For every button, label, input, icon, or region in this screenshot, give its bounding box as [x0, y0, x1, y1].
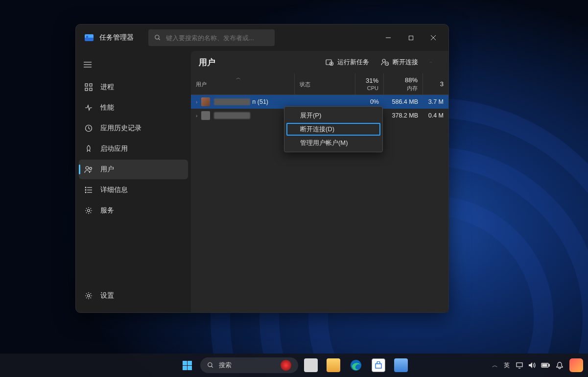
app-title: 任务管理器 [99, 33, 134, 42]
svg-point-24 [88, 210, 90, 212]
page-title: 用户 [199, 57, 319, 68]
sidebar-item-label: 启动应用 [100, 144, 128, 153]
taskbar-app-explorer[interactable] [324, 355, 343, 375]
sidebar-item-label: 详细信息 [100, 186, 128, 194]
sidebar-item-users[interactable]: 用户 [79, 160, 188, 179]
svg-point-25 [88, 295, 90, 297]
windows-logo-icon [183, 361, 192, 370]
username-redacted [214, 112, 250, 119]
network-icon[interactable] [516, 362, 523, 369]
volume-icon[interactable] [528, 362, 536, 369]
svg-rect-9 [85, 84, 88, 86]
more-button[interactable] [425, 58, 441, 66]
column-user[interactable]: 用户 [191, 73, 295, 94]
run-new-task-button[interactable]: 运行新任务 [321, 55, 374, 70]
sidebar-item-label: 应用历史记录 [100, 124, 141, 133]
svg-rect-45 [542, 364, 547, 366]
settings-icon [85, 292, 93, 300]
svg-rect-10 [90, 84, 92, 86]
taskbar-app-taskview[interactable] [301, 355, 321, 375]
search-icon [207, 362, 214, 369]
search-input[interactable] [166, 34, 269, 42]
svg-rect-12 [90, 88, 92, 91]
taskbar-app-edge[interactable] [346, 355, 366, 375]
column-partial[interactable]: 3 [423, 73, 448, 94]
sort-indicator-icon: ︿ [236, 74, 241, 81]
svg-marker-42 [529, 362, 532, 368]
notification-badge[interactable] [569, 358, 583, 372]
pulse-icon [85, 104, 93, 112]
svg-point-33 [430, 62, 430, 63]
chevron-right-icon[interactable]: › [196, 99, 197, 105]
task-manager-window: 任务管理器 进程 性能 应用历史记录 [75, 24, 449, 313]
column-memory[interactable]: 88% 内存 [384, 73, 423, 94]
tray-chevron-icon[interactable]: ︿ [492, 361, 498, 370]
sidebar-item-performance[interactable]: 性能 [79, 98, 188, 118]
column-cpu[interactable]: 31% CPU [355, 73, 384, 94]
menu-item-expand[interactable]: 展开(P) [284, 109, 382, 122]
svg-rect-3 [409, 36, 413, 40]
svg-rect-39 [376, 364, 381, 368]
chevron-right-icon[interactable]: › [196, 113, 197, 118]
svg-line-1 [159, 39, 160, 40]
sidebar-item-label: 进程 [100, 83, 114, 92]
hamburger-icon [84, 62, 92, 68]
sidebar-item-label: 用户 [100, 165, 114, 174]
sidebar-item-startup[interactable]: 启动应用 [79, 139, 188, 159]
taskbar-search[interactable]: 搜索 [200, 357, 298, 373]
svg-point-16 [86, 166, 89, 169]
avatar [201, 97, 210, 106]
ime-indicator[interactable]: 英 [504, 361, 510, 370]
svg-point-22 [85, 192, 86, 193]
sidebar-item-label: 性能 [100, 103, 114, 112]
svg-line-15 [90, 150, 90, 152]
rocket-icon [85, 145, 93, 153]
search-highlight-icon [281, 360, 291, 371]
search-box[interactable] [148, 29, 275, 46]
svg-point-18 [85, 187, 86, 188]
sidebar-item-label: 服务 [100, 206, 114, 215]
titlebar: 任务管理器 [76, 24, 448, 51]
app-icon [85, 34, 94, 41]
content-pane: 用户 运行新任务 断开连接 ︿ 用户 状态 [191, 51, 448, 312]
sidebar-item-app-history[interactable]: 应用历史记录 [79, 118, 188, 138]
sidebar-item-label: 设置 [100, 291, 114, 300]
disconnect-button[interactable]: 断开连接 [376, 55, 423, 70]
menu-item-manage-account[interactable]: 管理用户帐户(M) [284, 136, 382, 150]
context-menu: 展开(P) 断开连接(D) 管理用户帐户(M) [284, 106, 383, 152]
start-button[interactable] [178, 355, 197, 375]
taskbar-app-taskmanager[interactable] [391, 355, 411, 375]
svg-point-35 [431, 62, 432, 63]
sidebar-item-settings[interactable]: 设置 [79, 286, 188, 306]
svg-point-0 [155, 35, 159, 39]
taskbar-app-store[interactable] [369, 355, 388, 375]
more-icon [430, 61, 432, 63]
battery-icon[interactable] [541, 362, 550, 368]
svg-rect-44 [549, 364, 550, 366]
history-icon [85, 124, 93, 132]
run-task-icon [326, 58, 333, 66]
svg-point-36 [208, 363, 212, 367]
menu-item-disconnect[interactable]: 断开连接(D) [286, 123, 380, 136]
sidebar-item-processes[interactable]: 进程 [79, 77, 188, 97]
maximize-button[interactable] [400, 30, 422, 46]
svg-rect-40 [517, 363, 522, 367]
hamburger-button[interactable] [79, 55, 188, 74]
svg-point-34 [431, 62, 431, 63]
avatar [201, 111, 210, 120]
svg-line-14 [87, 150, 88, 152]
sidebar-item-details[interactable]: 详细信息 [79, 180, 188, 200]
search-icon [154, 34, 161, 41]
svg-point-20 [85, 189, 86, 190]
sidebar-item-services[interactable]: 服务 [79, 201, 188, 220]
list-icon [85, 187, 93, 193]
column-status[interactable]: 状态 [295, 73, 355, 94]
close-button[interactable] [422, 30, 445, 46]
users-icon [84, 165, 93, 173]
table-header: ︿ 用户 状态 31% CPU 88% 内存 3 [191, 73, 448, 95]
notifications-icon[interactable] [556, 361, 564, 369]
taskbar: 搜索 ︿ 英 [0, 353, 588, 377]
minimize-button[interactable] [377, 30, 400, 46]
username-redacted [214, 98, 250, 105]
gear-icon [85, 207, 93, 214]
